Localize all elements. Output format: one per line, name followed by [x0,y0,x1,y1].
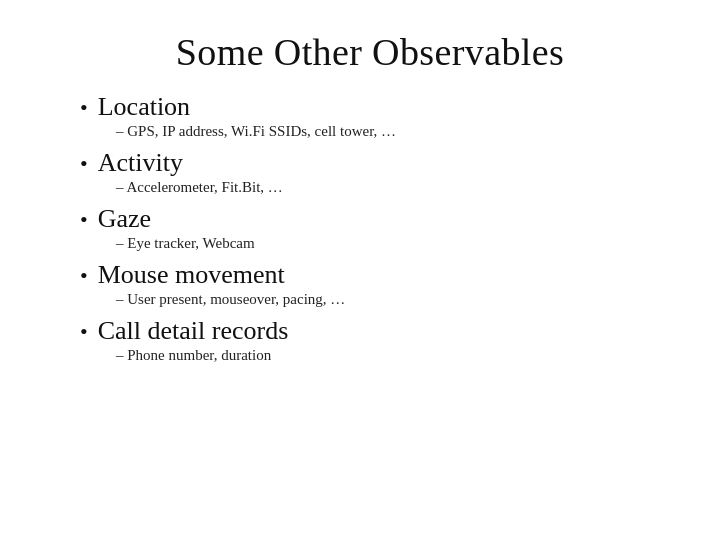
bullet-dot: • [80,97,88,119]
bullet-main-gaze: • Gaze [80,204,660,234]
bullet-dot: • [80,265,88,287]
bullet-list: • Location – GPS, IP address, Wi.Fi SSID… [80,92,660,372]
list-item: • Call detail records – Phone number, du… [80,316,660,364]
list-item: • Activity – Accelerometer, Fit.Bit, … [80,148,660,196]
bullet-sub-location: – GPS, IP address, Wi.Fi SSIDs, cell tow… [116,123,660,140]
bullet-label-mouse: Mouse movement [98,260,285,290]
bullet-main-activity: • Activity [80,148,660,178]
bullet-main-mouse: • Mouse movement [80,260,660,290]
bullet-sub-call: – Phone number, duration [116,347,660,364]
list-item: • Mouse movement – User present, mouseov… [80,260,660,308]
bullet-dot: • [80,153,88,175]
bullet-label-activity: Activity [98,148,183,178]
bullet-main-location: • Location [80,92,660,122]
bullet-sub-mouse: – User present, mouseover, pacing, … [116,291,660,308]
bullet-sub-activity: – Accelerometer, Fit.Bit, … [116,179,660,196]
bullet-label-gaze: Gaze [98,204,151,234]
bullet-sub-gaze: – Eye tracker, Webcam [116,235,660,252]
list-item: • Gaze – Eye tracker, Webcam [80,204,660,252]
bullet-dot: • [80,209,88,231]
slide-title: Some Other Observables [80,30,660,74]
bullet-main-call: • Call detail records [80,316,660,346]
bullet-dot: • [80,321,88,343]
bullet-label-location: Location [98,92,190,122]
list-item: • Location – GPS, IP address, Wi.Fi SSID… [80,92,660,140]
bullet-label-call: Call detail records [98,316,289,346]
